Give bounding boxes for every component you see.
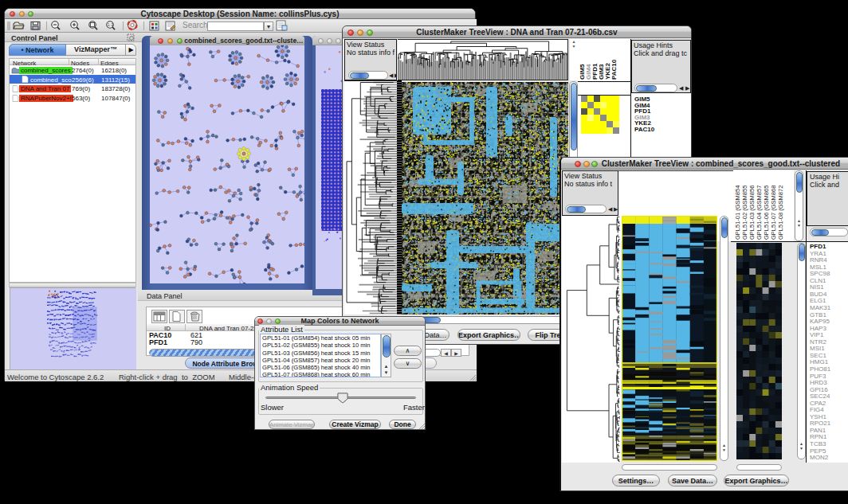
svg-text:GPL51-08 (GSM872: GPL51-08 (GSM872 [777, 186, 784, 240]
svg-text:Search:: Search: [183, 21, 210, 29]
svg-text:GPL51-01 (GSM854: GPL51-01 (GSM854 [734, 186, 741, 240]
svg-text:GPL51-04 (GSM857: GPL51-04 (GSM857 [756, 186, 763, 240]
svg-text:GPL51-06 (GSM865: GPL51-06 (GSM865 [763, 186, 770, 240]
svg-text:1:1: 1:1 [108, 22, 113, 27]
svg-text:GPL51-07 (GSM868: GPL51-07 (GSM868 [770, 186, 777, 240]
svg-text:MON2: MON2 [810, 454, 829, 461]
svg-text:GPL51-03 (GSM856: GPL51-03 (GSM856 [748, 186, 756, 240]
svg-text:GPL51-02 (GSM855: GPL51-02 (GSM855 [741, 186, 748, 240]
svg-text:PAC10: PAC10 [610, 59, 618, 80]
